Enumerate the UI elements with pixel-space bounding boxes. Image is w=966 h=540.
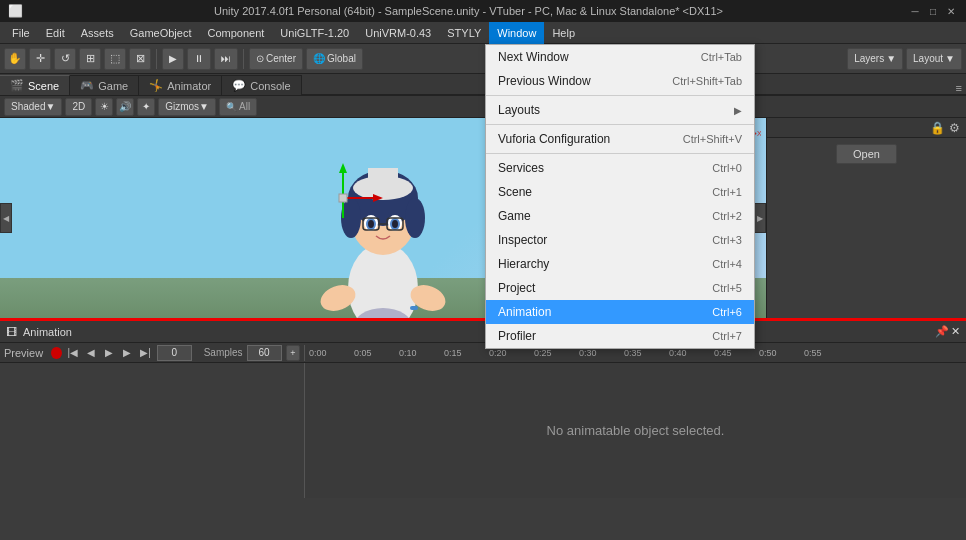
dd-services[interactable]: Services Ctrl+0 [486, 156, 754, 180]
scene-toolbar: Shaded ▼ 2D ☀ 🔊 ✦ Gizmos ▼ 🔍 All [0, 96, 966, 118]
play-anim-btn[interactable]: ▶ [102, 345, 116, 361]
record-btn[interactable] [51, 347, 62, 359]
svg-marker-24 [373, 194, 383, 202]
dd-scene-label: Scene [498, 185, 532, 199]
go-end-btn[interactable]: ▶| [139, 345, 153, 361]
menu-help[interactable]: Help [544, 22, 583, 44]
right-collapse-btn[interactable]: ▶ [754, 203, 766, 233]
dd-next-window-shortcut: Ctrl+Tab [701, 51, 742, 63]
menu-edit[interactable]: Edit [38, 22, 73, 44]
search-icon: 🔍 [226, 102, 237, 112]
dd-sep-3 [486, 153, 754, 154]
dd-prev-window-label: Previous Window [498, 74, 591, 88]
dd-inspector[interactable]: Inspector Ctrl+3 [486, 228, 754, 252]
global-btn[interactable]: 🌐 Global [306, 48, 363, 70]
dd-hierarchy-label: Hierarchy [498, 257, 549, 271]
dd-animation-label: Animation [498, 305, 551, 319]
dd-game[interactable]: Game Ctrl+2 [486, 204, 754, 228]
close-btn[interactable]: ✕ [944, 4, 958, 18]
shaded-dropdown[interactable]: Shaded ▼ [4, 98, 62, 116]
right-panel-gear-icon: ⚙ [949, 121, 960, 135]
svg-text:X: X [757, 130, 761, 137]
move-tool-btn[interactable]: ✛ [29, 48, 51, 70]
next-frame-btn[interactable]: ▶ [120, 345, 134, 361]
menu-assets[interactable]: Assets [73, 22, 122, 44]
anim-close-icon[interactable]: ✕ [951, 325, 960, 338]
play-btn[interactable]: ▶ [162, 48, 184, 70]
tab-scene[interactable]: 🎬 Scene [0, 75, 70, 95]
2d-btn[interactable]: 2D [65, 98, 92, 116]
fx-btn[interactable]: ✦ [137, 98, 155, 116]
menu-gameobject[interactable]: GameObject [122, 22, 200, 44]
dd-animation[interactable]: Animation Ctrl+6 [486, 300, 754, 324]
dd-layouts[interactable]: Layouts ▶ [486, 98, 754, 122]
menu-unigltf[interactable]: UniGLTF-1.20 [272, 22, 357, 44]
samples-label: Samples [204, 347, 243, 358]
tab-game[interactable]: 🎮 Game [70, 75, 139, 95]
layout-chevron-icon: ▼ [945, 53, 955, 64]
gizmos-dropdown[interactable]: Gizmos ▼ [158, 98, 216, 116]
animator-tab-icon: 🤸 [149, 79, 163, 92]
menu-styly[interactable]: STYLY [439, 22, 489, 44]
minimize-btn[interactable]: ─ [908, 4, 922, 18]
frame-number-input[interactable] [157, 345, 192, 361]
dd-animation-shortcut: Ctrl+6 [712, 306, 742, 318]
tab-console[interactable]: 💬 Console [222, 75, 301, 95]
dd-next-window[interactable]: Next Window Ctrl+Tab [486, 45, 754, 69]
tick-005: 0:05 [354, 348, 399, 358]
samples-input[interactable] [247, 345, 282, 361]
dd-prev-window[interactable]: Previous Window Ctrl+Shift+Tab [486, 69, 754, 93]
go-start-btn[interactable]: |◀ [66, 345, 80, 361]
main-content: X Y Z Front ◀ ▶ 🔒 ⚙ Open [0, 118, 966, 318]
transform-tool-btn[interactable]: ⊠ [129, 48, 151, 70]
preview-label: Preview [4, 347, 43, 359]
search-bar[interactable]: 🔍 All [219, 98, 257, 116]
pause-btn[interactable]: ⏸ [187, 48, 211, 70]
maximize-btn[interactable]: □ [926, 4, 940, 18]
main-toolbar: ✋ ✛ ↺ ⊞ ⬚ ⊠ ▶ ⏸ ⏭ ⊙ Center 🌐 Global Laye… [0, 44, 966, 74]
window-controls: ─ □ ✕ [908, 4, 958, 18]
shaded-chevron-icon: ▼ [45, 101, 55, 112]
dd-profiler[interactable]: Profiler Ctrl+7 [486, 324, 754, 348]
anim-pin-icon: 📌 [935, 325, 949, 338]
dd-hierarchy[interactable]: Hierarchy Ctrl+4 [486, 252, 754, 276]
anim-panel-controls: 📌 ✕ [935, 325, 960, 338]
step-btn[interactable]: ⏭ [214, 48, 238, 70]
menu-file[interactable]: File [4, 22, 38, 44]
dd-scene-shortcut: Ctrl+1 [712, 186, 742, 198]
animation-body: No animatable object selected. [0, 363, 966, 498]
prev-frame-btn[interactable]: ◀ [84, 345, 98, 361]
layers-dropdown[interactable]: Layers ▼ [847, 48, 903, 70]
tab-animator[interactable]: 🤸 Animator [139, 75, 222, 95]
hand-tool-btn[interactable]: ✋ [4, 48, 26, 70]
scale-tool-btn[interactable]: ⊞ [79, 48, 101, 70]
dd-vuforia[interactable]: Vuforia Configuration Ctrl+Shift+V [486, 127, 754, 151]
dd-scene[interactable]: Scene Ctrl+1 [486, 180, 754, 204]
tick-050: 0:50 [759, 348, 804, 358]
center-btn[interactable]: ⊙ Center [249, 48, 303, 70]
light-btn[interactable]: ☀ [95, 98, 113, 116]
audio-btn[interactable]: 🔊 [116, 98, 134, 116]
menu-univrm[interactable]: UniVRM-0.43 [357, 22, 439, 44]
dd-project[interactable]: Project Ctrl+5 [486, 276, 754, 300]
animation-timeline-header: Preview |◀ ◀ ▶ ▶ ▶| Samples + 0:00 0:05 … [0, 343, 966, 363]
dd-game-label: Game [498, 209, 531, 223]
rotate-tool-btn[interactable]: ↺ [54, 48, 76, 70]
add-curve-btn[interactable]: + [286, 345, 300, 361]
dd-profiler-shortcut: Ctrl+7 [712, 330, 742, 342]
rect-tool-btn[interactable]: ⬚ [104, 48, 126, 70]
right-panel: 🔒 ⚙ Open [766, 118, 966, 318]
left-collapse-btn[interactable]: ◀ [0, 203, 12, 233]
open-button[interactable]: Open [836, 144, 897, 164]
all-label: All [239, 101, 250, 112]
menu-window[interactable]: Window [489, 22, 544, 44]
dd-layouts-label: Layouts [498, 103, 540, 117]
center-icon: ⊙ [256, 53, 264, 64]
layout-dropdown[interactable]: Layout ▼ [906, 48, 962, 70]
tick-040: 0:40 [669, 348, 714, 358]
gizmos-chevron-icon: ▼ [199, 101, 209, 112]
tick-030: 0:30 [579, 348, 624, 358]
menu-component[interactable]: Component [199, 22, 272, 44]
dd-game-shortcut: Ctrl+2 [712, 210, 742, 222]
dd-sep-1 [486, 95, 754, 96]
